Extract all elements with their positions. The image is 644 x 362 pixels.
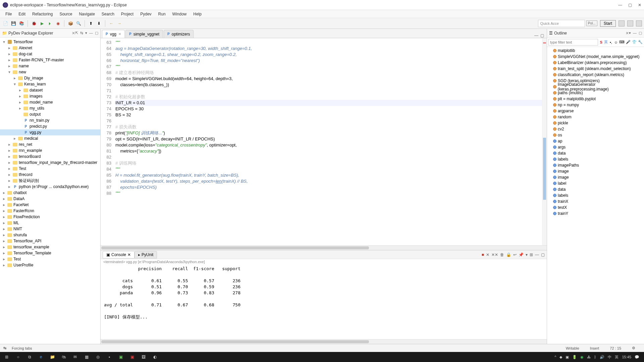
tree-item[interactable]: Pvgg.py — [0, 129, 100, 135]
menu-project[interactable]: Project — [118, 12, 137, 16]
next-annotation-icon[interactable]: ⬇ — [96, 20, 102, 27]
tree-item[interactable]: ▸FaceNet — [0, 202, 100, 208]
outline-item[interactable]: plt = matplotlib.pyplot — [547, 96, 644, 102]
maximize-view-icon[interactable]: ▢ — [95, 31, 98, 35]
console-hscroll[interactable] — [101, 339, 547, 344]
start-button[interactable]: Start — [600, 20, 616, 27]
outline-item[interactable]: np = numpy — [547, 102, 644, 108]
back-icon[interactable]: ← — [108, 20, 115, 27]
tree-item[interactable]: ▸medical — [0, 135, 100, 141]
package-tree[interactable]: ▾Tensorflow▸Alexnet▸dog-cat▸Faster-RCNN_… — [0, 38, 100, 344]
outline-item[interactable]: SimpleVGGNet (model_name.simple_vggnet) — [547, 54, 644, 60]
app2-icon[interactable]: ▣ — [115, 352, 126, 362]
ime-voice-icon[interactable]: 🎤 — [626, 40, 631, 45]
twisty-icon[interactable]: ▸ — [7, 142, 11, 147]
outline-filter-input[interactable] — [548, 39, 598, 46]
tree-item[interactable]: ▸Faster-RCNN_TF-master — [0, 57, 100, 63]
tree-item[interactable]: ▸dataset — [0, 87, 100, 93]
cortana-icon[interactable]: ○ — [13, 352, 23, 362]
menu-file[interactable]: File — [2, 12, 15, 16]
tree-item[interactable]: ▸name — [0, 63, 100, 69]
menu-refactoring[interactable]: Refactoring — [29, 12, 56, 16]
tree-item[interactable]: ▸Diy_image — [0, 75, 100, 81]
edge-icon[interactable]: e — [36, 352, 46, 362]
twisty-icon[interactable]: ▸ — [7, 58, 11, 62]
tree-item[interactable]: ▸FlowPrediction — [0, 214, 100, 220]
tray-ime2[interactable]: 英 — [615, 355, 619, 360]
mail-icon[interactable]: ✉ — [70, 352, 80, 362]
twisty-icon[interactable]: ▸ — [2, 215, 6, 219]
ime-lang-icon[interactable]: 英 — [604, 40, 608, 45]
task-view-icon[interactable]: ⧉ — [24, 352, 35, 362]
terminate-icon[interactable]: ■ — [482, 252, 484, 257]
scroll-lock-icon[interactable]: 🔒 — [506, 252, 511, 257]
tray-app2-icon[interactable]: ▣ — [566, 355, 569, 359]
twisty-icon[interactable]: ▸ — [18, 106, 22, 111]
tree-item[interactable]: ▾Keras_learn — [0, 81, 100, 87]
tree-item[interactable]: Ppredict.py — [0, 123, 100, 129]
twisty-icon[interactable]: ▸ — [2, 251, 6, 255]
run-last-icon[interactable]: ⏵ — [47, 20, 53, 27]
eclipse-task-icon[interactable]: ◐ — [150, 352, 160, 362]
link-editor-icon[interactable]: ⇆ — [80, 31, 83, 35]
tree-item[interactable]: ▸model_name — [0, 99, 100, 105]
tree-item[interactable]: ▸Alexnet — [0, 45, 100, 51]
outline-item[interactable]: trainY — [547, 210, 644, 217]
tree-item[interactable]: ▾new — [0, 69, 100, 75]
twisty-icon[interactable]: ▸ — [7, 148, 11, 153]
minimize-console-icon[interactable]: — — [535, 252, 539, 257]
terminal-icon[interactable]: ▪ — [104, 352, 115, 362]
tree-item[interactable]: ▾Tensorflow — [0, 39, 100, 45]
ime-punct-icon[interactable]: •, — [609, 40, 612, 45]
tree-item[interactable]: ▸Test — [0, 256, 100, 262]
prev-annotation-icon[interactable]: ⬆ — [88, 20, 94, 27]
menu-edit[interactable]: Edit — [15, 12, 29, 16]
collapse-all-icon[interactable]: ⇱ — [75, 31, 78, 35]
quick-access-input[interactable]: Quick Acce — [538, 20, 585, 27]
twisty-icon[interactable]: ▾ — [13, 82, 17, 86]
pyunit-tab[interactable]: ▸ PyUnit — [135, 251, 157, 258]
editor-tab[interactable]: Poptimizers — [164, 30, 194, 38]
tray-time[interactable]: 15:45 — [622, 355, 631, 359]
tray-network-icon[interactable]: 🖧 — [587, 355, 591, 359]
tree-item[interactable]: ▸chatbot — [0, 190, 100, 196]
outline-item[interactable]: args — [547, 144, 644, 150]
outline-item[interactable]: imagePaths — [547, 162, 644, 168]
twisty-icon[interactable]: ▸ — [18, 100, 22, 105]
tray-bluetooth-icon[interactable]: ᛒ — [594, 355, 596, 359]
tree-item[interactable]: ▸Ppython (e:\Progr ... conda3\python.exe… — [0, 184, 100, 190]
tree-item[interactable]: ▸tensorflow_input_image_by_tfrecord-mast… — [0, 160, 100, 166]
photos-icon[interactable]: 🖼 — [138, 352, 149, 362]
menu-window[interactable]: Window — [169, 12, 190, 16]
tree-item[interactable]: ▸tensorflow_example — [0, 244, 100, 250]
outline-sort-icon[interactable]: ▾ — [629, 31, 631, 35]
sougou-icon[interactable]: S — [599, 40, 603, 45]
outline-item[interactable]: ImageDataGenerator (keras.preprocessing.… — [547, 84, 644, 90]
tree-item[interactable]: ▸shurufa — [0, 232, 100, 238]
twisty-icon[interactable]: ▸ — [2, 257, 6, 261]
editor-tab[interactable]: Psimple_vggnet — [125, 30, 163, 38]
twisty-icon[interactable]: ▸ — [7, 160, 11, 165]
remove-all-icon[interactable]: ✕✕ — [491, 252, 498, 257]
pydev-perspective-icon[interactable] — [627, 20, 633, 26]
twisty-icon[interactable]: ▸ — [2, 190, 6, 195]
clear-console-icon[interactable]: 🗑 — [500, 252, 504, 257]
tray-app1-icon[interactable]: ◆ — [559, 355, 562, 359]
outline-item[interactable]: matplotlib — [547, 48, 644, 54]
new-icon[interactable]: 📄 — [2, 20, 9, 27]
twisty-icon[interactable]: ▸ — [2, 245, 6, 249]
maximize-editor-icon[interactable]: ▢ — [540, 33, 544, 38]
tree-item[interactable]: ▸Test — [0, 166, 100, 172]
twisty-icon[interactable]: ▸ — [13, 76, 17, 80]
tray-notifications-icon[interactable]: 💬 — [635, 355, 639, 359]
tree-item[interactable]: ▸ML — [0, 220, 100, 226]
start-menu-icon[interactable]: ⊞ — [1, 352, 12, 362]
twisty-icon[interactable]: ▸ — [2, 221, 6, 225]
minimize-editor-icon[interactable]: — — [534, 33, 538, 38]
twisty-icon[interactable]: ▸ — [7, 184, 11, 189]
tray-wechat-icon[interactable]: ◉ — [580, 355, 584, 359]
coverage-icon[interactable]: ◉ — [55, 20, 61, 27]
editor-tab[interactable]: Pvgg✕ — [102, 30, 125, 38]
tree-item[interactable]: ▸rnn_example — [0, 147, 100, 154]
tree-item[interactable]: ▸Tensorflow_API — [0, 238, 100, 244]
